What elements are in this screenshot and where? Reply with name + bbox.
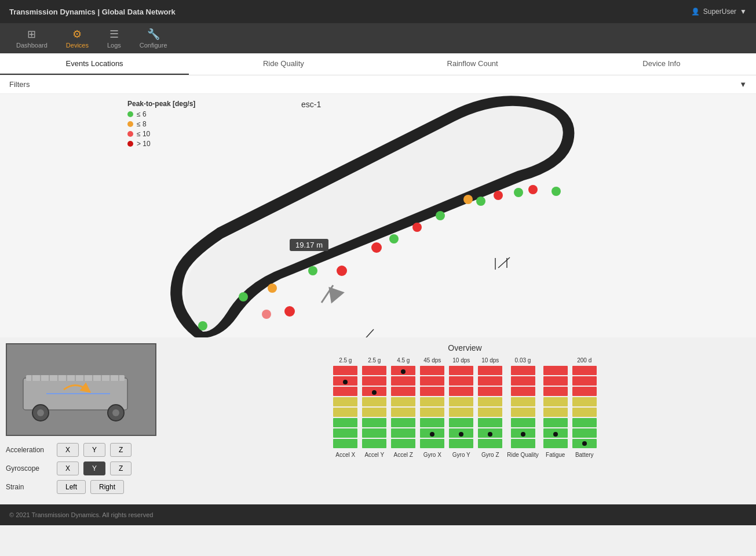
bar-wrapper-ride-quality	[511, 366, 535, 448]
gyro-z-button[interactable]: Z	[110, 461, 132, 475]
nav-bar: ⊞ Dashboard ⚙ Devices ☰ Logs 🔧 Configure	[0, 23, 756, 53]
bar-group-accel-x: 2.5 g Accel X	[333, 357, 357, 458]
nav-configure[interactable]: 🔧 Configure	[130, 23, 177, 53]
xlabel-accel-y: Accel Y	[364, 452, 384, 458]
footer: © 2021 Transmission Dynamics. All rights…	[0, 504, 756, 525]
dropdown-icon: ▼	[740, 8, 747, 16]
nav-dashboard[interactable]: ⊞ Dashboard	[7, 23, 57, 53]
limit-label-accel-x: 2.5 g	[339, 357, 352, 364]
xlabel-battery: Battery	[575, 452, 594, 458]
bar-wrapper-gyro-x	[420, 366, 444, 448]
nav-logs-label: Logs	[107, 42, 121, 49]
svg-point-43	[37, 409, 44, 416]
bar-stacked-accel-x	[333, 366, 357, 448]
bar-group-accel-z: 4.5 g Accel Z	[391, 357, 415, 458]
map-area: Peak-to-peak [deg/s] ≤ 6 ≤ 8 ≤ 10 > 10 e…	[0, 94, 756, 337]
bar-wrapper-accel-z	[391, 366, 415, 448]
accel-y-button[interactable]: Y	[83, 443, 105, 457]
chart-container: 2.5 g Accel X	[180, 357, 750, 458]
bar-wrapper-accel-x	[333, 366, 357, 448]
logs-icon: ☰	[109, 28, 119, 41]
bar-group-accel-y: 2.5 g Accel Y	[362, 357, 386, 458]
device-panel: Acceleration X Y Z Gyroscope X Y Z Strai…	[6, 343, 168, 499]
nav-configure-label: Configure	[140, 42, 167, 49]
tab-ride[interactable]: Ride Quality	[189, 53, 378, 75]
svg-line-25	[362, 329, 374, 337]
bar-wrapper-gyro-z	[478, 366, 502, 448]
bar-dot-gyro-y	[459, 432, 463, 437]
dashboard-icon: ⊞	[27, 28, 36, 41]
user-icon: 👤	[691, 8, 700, 16]
strain-right-button[interactable]: Right	[90, 480, 124, 494]
svg-point-11	[262, 310, 271, 319]
bar-dot-gyro-z	[488, 432, 492, 437]
bar-group-gyro-y: 10 dps Gyro Y	[449, 357, 473, 458]
xlabel-accel-x: Accel X	[335, 452, 355, 458]
bar-dot-fatigue	[553, 432, 558, 437]
bar-wrapper-fatigue	[543, 366, 568, 448]
bar-wrapper-gyro-y	[449, 366, 473, 448]
svg-point-17	[371, 242, 382, 253]
user-info: 👤 SuperUser ▼	[691, 8, 747, 16]
strain-left-button[interactable]: Left	[57, 480, 86, 494]
tab-device[interactable]: Device Info	[567, 53, 756, 75]
bar-stacked-accel-z	[391, 366, 415, 448]
top-header: Transmission Dynamics | Global Data Netw…	[0, 0, 756, 23]
distance-label: 19.17 m	[290, 239, 328, 251]
svg-point-1	[239, 292, 248, 301]
filters-bar: Filters ▼	[0, 75, 756, 94]
filters-collapse-icon[interactable]: ▼	[739, 80, 747, 89]
devices-icon: ⚙	[72, 28, 82, 41]
accel-x-button[interactable]: X	[57, 443, 79, 457]
svg-marker-21	[322, 281, 345, 303]
filters-label: Filters	[9, 80, 30, 89]
svg-point-18	[412, 223, 422, 232]
bar-wrapper-battery	[572, 366, 597, 448]
bar-dot-gyro-x	[430, 432, 434, 437]
limit-label-gyro-z: 10 dps	[481, 357, 499, 364]
app-title: Transmission Dynamics | Global Data Netw…	[9, 8, 176, 16]
tab-rainflow[interactable]: Rainflow Count	[378, 53, 567, 75]
svg-point-45	[112, 409, 119, 416]
bar-dot-accel-x	[343, 380, 348, 384]
overview-title: Overview	[180, 343, 750, 353]
bar-seg-yellow2-accel-x	[333, 397, 357, 406]
svg-point-3	[389, 234, 399, 244]
xlabel-fatigue: Fatigue	[546, 452, 565, 458]
limit-label-ride-quality: 0.03 g	[515, 357, 531, 364]
bar-seg-red-accel-x	[333, 387, 357, 396]
strain-label: Strain	[6, 483, 52, 491]
gyro-y-button[interactable]: Y	[83, 461, 105, 475]
limit-label-gyro-x: 45 dps	[423, 357, 441, 364]
tab-events[interactable]: Events Locations	[0, 53, 189, 75]
svg-point-2	[308, 266, 317, 275]
bar-group-gyro-x: 45 dps Gyro X	[420, 357, 444, 458]
bar-stacked-accel-y	[362, 366, 386, 448]
xlabel-accel-z: Accel Z	[394, 452, 413, 458]
nav-devices[interactable]: ⚙ Devices	[57, 23, 98, 53]
svg-point-6	[514, 188, 523, 197]
svg-point-20	[528, 185, 538, 194]
svg-point-15	[284, 306, 295, 317]
nav-logs[interactable]: ☰ Logs	[98, 23, 130, 53]
bar-dot-ride-quality	[521, 432, 525, 437]
xlabel-gyro-x: Gyro X	[423, 452, 441, 458]
bar-wrapper-accel-y	[362, 366, 386, 448]
xlabel-gyro-z: Gyro Z	[481, 452, 499, 458]
track-svg	[0, 94, 756, 337]
limit-label-accel-y: 2.5 g	[368, 357, 381, 364]
svg-point-0	[198, 321, 207, 330]
acceleration-row: Acceleration X Y Z	[6, 443, 168, 457]
nav-dashboard-label: Dashboard	[16, 42, 48, 49]
svg-point-9	[268, 284, 277, 293]
accel-z-button[interactable]: Z	[110, 443, 132, 457]
svg-point-16	[337, 266, 347, 276]
acceleration-label: Acceleration	[6, 446, 52, 454]
gyro-x-button[interactable]: X	[57, 461, 79, 475]
limit-label-accel-z: 4.5 g	[397, 357, 410, 364]
bar-group-ride-quality: 0.03 g Ride Quality	[507, 357, 538, 458]
bar-dot-accel-z	[401, 369, 406, 374]
svg-point-10	[463, 195, 473, 204]
bar-group-fatigue: Fatigue	[543, 357, 568, 458]
gyroscope-row: Gyroscope X Y Z	[6, 461, 168, 475]
